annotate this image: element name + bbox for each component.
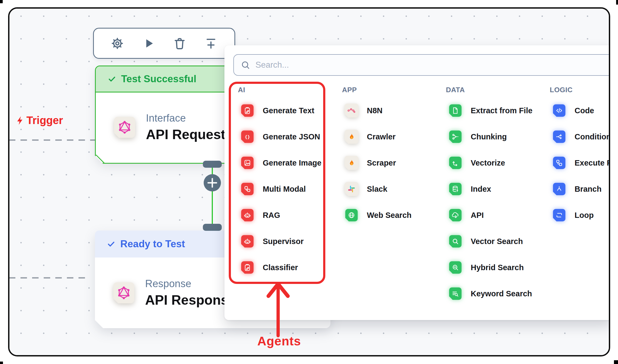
add-node-icon	[204, 36, 218, 50]
palette-item-label: N8N	[367, 106, 383, 115]
palette-item-api[interactable]: API	[445, 208, 548, 223]
palette-item-label: Condition	[575, 132, 610, 141]
gear-icon	[110, 36, 124, 50]
play-button[interactable]	[141, 36, 156, 51]
n8n-icon	[343, 104, 360, 118]
palette-item-label: Scraper	[367, 159, 396, 167]
palette-item-branch[interactable]: Branch	[549, 181, 610, 197]
palette-item-label: Branch	[575, 185, 602, 194]
column-header: DATA	[446, 86, 465, 94]
graphql-icon	[113, 282, 134, 303]
column-header: APP	[342, 86, 357, 94]
palette-column-data: DATAExtract from FileChunkingVectorizeIn…	[445, 45, 548, 320]
palette-item-label: Vectorize	[471, 159, 505, 167]
palette-item-slack[interactable]: Slack	[342, 181, 444, 197]
palette-item-label: Slack	[367, 185, 387, 194]
palette-item-keyword-search[interactable]: Keyword Search	[445, 286, 548, 301]
scissors-icon	[447, 131, 463, 143]
palette-item-execute-flow[interactable]: Execute Flow	[549, 155, 610, 170]
loop-icon	[551, 209, 567, 221]
palette-item-label: Extract from File	[471, 106, 532, 115]
palette-item-vectorize[interactable]: Vectorize	[445, 155, 548, 170]
check-icon	[108, 75, 116, 83]
palette-item-hybrid-search[interactable]: Hybrid Search	[445, 260, 548, 275]
palette-item-index[interactable]: Index	[445, 181, 548, 197]
node-type-label: Interface	[146, 112, 226, 124]
palette-item-label: Index	[471, 185, 491, 194]
play-icon	[142, 36, 156, 50]
condition-icon	[551, 131, 567, 143]
vector-arrows-icon	[447, 157, 463, 169]
magnifier-icon	[447, 235, 463, 248]
palette-item-label: Chunking	[471, 132, 507, 141]
output-port[interactable]	[203, 161, 222, 168]
palette-item-label: Web Search	[367, 211, 411, 220]
palette-item-crawler[interactable]: Crawler	[342, 129, 444, 144]
branch-icon	[551, 183, 567, 195]
guide-dashed-line-bottom	[9, 277, 90, 279]
crop-mark-top-left	[0, 0, 3, 3]
node-toolbar	[93, 28, 235, 59]
annotation-arrow-icon	[258, 281, 301, 338]
palette-item-label: Crawler	[367, 132, 395, 141]
palette-item-label: Vector Search	[471, 237, 523, 246]
palette-column-logic: LOGICCodeConditionExecute FlowBranchLoop	[549, 45, 610, 320]
palette-item-label: Execute Flow	[575, 159, 610, 167]
palette-item-scraper[interactable]: Scraper	[342, 155, 444, 170]
connector-line	[212, 162, 213, 231]
guide-dashed-line-top	[9, 139, 95, 141]
trigger-label: Trigger	[15, 114, 63, 126]
node-type-label: Response	[145, 278, 236, 290]
slack-icon	[343, 182, 360, 196]
status-text: Test Successful	[121, 73, 196, 85]
file-icon	[447, 104, 463, 117]
palette-item-condition[interactable]: Condition	[549, 129, 610, 144]
add-step-button[interactable]	[204, 174, 221, 191]
list-search-icon	[447, 287, 463, 300]
palette-item-label: Code	[575, 106, 594, 115]
graphql-icon	[114, 117, 135, 138]
code-icon	[551, 104, 567, 117]
palette-item-code[interactable]: Code	[549, 103, 610, 118]
palette-item-web-search[interactable]: Web Search	[342, 208, 444, 223]
database-bolt-icon	[447, 183, 463, 195]
crop-mark-top-right	[616, 0, 618, 5]
trigger-text: Trigger	[26, 114, 63, 126]
palette-item-label: API	[471, 211, 484, 220]
fire-icon	[343, 130, 360, 144]
palette-item-label: Hybrid Search	[471, 263, 524, 272]
palette-item-label: Keyword Search	[471, 289, 532, 298]
trash-icon	[173, 36, 187, 50]
status-text: Ready to Test	[120, 238, 185, 250]
fire-icon	[343, 156, 360, 170]
palette-column-app: APPN8NCrawlerScraperSlackWeb Search	[342, 45, 444, 320]
palette-item-extract-from-file[interactable]: Extract from File	[445, 103, 548, 118]
palette-item-n8n[interactable]: N8N	[342, 103, 444, 118]
globe-icon	[343, 209, 360, 221]
trash-button[interactable]	[172, 36, 187, 51]
lightning-icon	[15, 115, 25, 126]
cloud-gear-icon	[447, 209, 463, 221]
column-header: LOGIC	[550, 86, 573, 94]
execute-flow-icon	[551, 157, 567, 169]
gear-button[interactable]	[110, 36, 125, 51]
palette-item-vector-search[interactable]: Vector Search	[445, 234, 548, 249]
canvas-frame: Trigger Test Successful Interface API Re…	[8, 7, 610, 356]
palette-item-chunking[interactable]: Chunking	[445, 129, 548, 144]
node-title: API Response	[145, 292, 236, 308]
workflow-canvas: Trigger Test Successful Interface API Re…	[8, 7, 610, 356]
check-icon	[107, 240, 115, 248]
palette-item-loop[interactable]: Loop	[549, 208, 610, 223]
magnifier-code-icon	[447, 261, 463, 274]
crop-mark-bottom-left	[0, 362, 3, 364]
add-node-button[interactable]	[203, 36, 218, 51]
input-port[interactable]	[203, 224, 222, 231]
node-title: API Request	[146, 127, 226, 142]
palette-item-label: Loop	[575, 211, 594, 220]
crop-mark-bottom-right	[614, 360, 618, 364]
annotation-label: Agents	[251, 334, 308, 348]
annotation-highlight-box	[229, 82, 325, 284]
